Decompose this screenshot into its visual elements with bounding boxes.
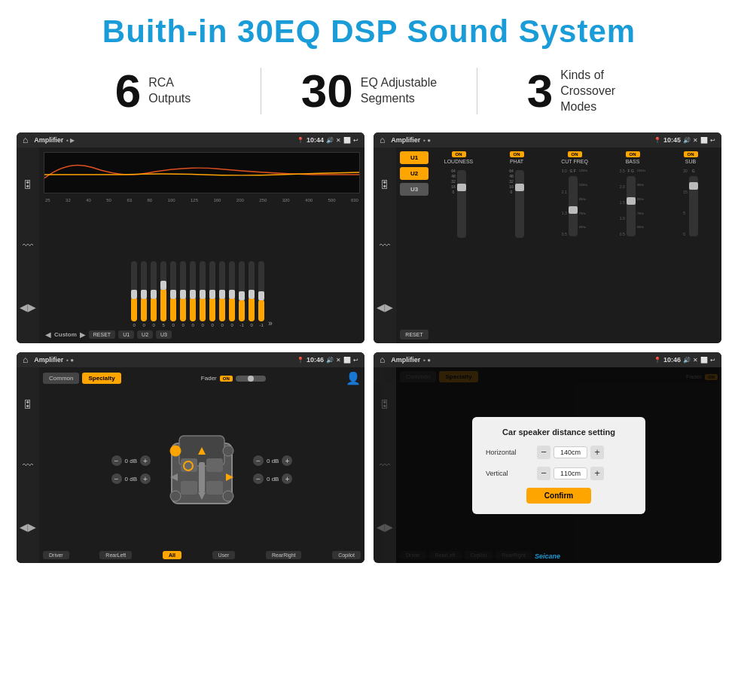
minus-btn-br[interactable]: −: [253, 473, 264, 484]
confirm-button[interactable]: Confirm: [526, 488, 591, 504]
location-icon-eq: 📍: [297, 137, 304, 144]
horizontal-label: Horizontal: [486, 449, 531, 456]
zone-rearleft[interactable]: RearLeft: [99, 551, 132, 559]
fader-on-badge[interactable]: ON: [220, 376, 233, 382]
car-svg-container: [157, 421, 247, 519]
balance-icon-3[interactable]: ◀▶: [20, 521, 36, 533]
zone-all[interactable]: All: [163, 551, 181, 559]
plus-btn-tr[interactable]: +: [282, 455, 292, 466]
on-btn-sub[interactable]: ON: [684, 151, 698, 157]
dialog-confirm-row: Confirm: [486, 488, 632, 504]
right-db-controls: − 0 dB + − 0 dB +: [253, 455, 292, 484]
eq-slider-11: 0: [229, 261, 235, 327]
eq-slider-1: 0: [131, 261, 137, 327]
ch-label-phat: PHAT: [510, 159, 523, 164]
back-icon-amp2[interactable]: ↩: [710, 137, 715, 144]
wave-icon-2[interactable]: 〰: [380, 239, 390, 251]
zone-user[interactable]: User: [212, 551, 236, 559]
home-icon-amp2[interactable]: ⌂: [380, 135, 385, 145]
plus-btn-br[interactable]: +: [282, 473, 292, 484]
speaker-icon-eq: 🔊: [326, 137, 334, 144]
screen-sidebar-amp2: 🎛 〰 ◀▶: [374, 148, 396, 343]
wave-icon[interactable]: 〰: [23, 239, 33, 251]
u1-btn-amp2[interactable]: U1: [400, 151, 428, 164]
screen-sidebar-amp3: 🎛 〰 ◀▶: [17, 367, 39, 563]
plus-btn-bl[interactable]: +: [140, 473, 151, 484]
eq-icon[interactable]: 🎛: [23, 178, 33, 190]
u3-btn-amp2[interactable]: U3: [400, 183, 428, 196]
zone-driver[interactable]: Driver: [43, 551, 69, 559]
back-icon-eq[interactable]: ↩: [353, 137, 358, 144]
reset-btn-amp2[interactable]: RESET: [400, 330, 428, 339]
slider-bass: [627, 176, 636, 236]
u3-btn-eq[interactable]: U3: [156, 330, 172, 339]
zone-copilot[interactable]: Copilot: [332, 551, 361, 559]
minus-btn-bl[interactable]: −: [111, 473, 122, 484]
close-icon-eq[interactable]: ✕: [336, 137, 341, 144]
on-btn-cutfreq[interactable]: ON: [568, 151, 582, 157]
ch-label-bass: BASS: [626, 159, 640, 164]
eq-slider-8: 0: [200, 261, 206, 327]
screen-content-amp3: 🎛 〰 ◀▶ Common Specialty Fader ON 👤: [17, 367, 364, 563]
tab-common[interactable]: Common: [43, 373, 79, 384]
on-btn-loudness[interactable]: ON: [452, 151, 466, 157]
home-icon-dialog[interactable]: ⌂: [380, 355, 385, 365]
back-icon-amp3[interactable]: ↩: [353, 357, 358, 364]
vertical-minus[interactable]: −: [537, 467, 550, 480]
u2-btn-amp2[interactable]: U2: [400, 167, 428, 180]
dialog-title: Car speaker distance setting: [486, 428, 632, 437]
balance-icon-2[interactable]: ◀▶: [377, 301, 393, 313]
back-icon-dialog[interactable]: ↩: [710, 357, 715, 364]
next-arrow[interactable]: ▶: [80, 330, 86, 339]
custom-label: Custom: [54, 331, 77, 338]
profile-icon[interactable]: 👤: [346, 371, 361, 385]
svg-point-14: [170, 491, 181, 501]
horizontal-minus[interactable]: −: [537, 446, 550, 459]
prev-arrow[interactable]: ◀: [45, 330, 51, 339]
u1-btn-eq[interactable]: U1: [118, 330, 134, 339]
vertical-plus[interactable]: +: [590, 467, 604, 480]
window-icon-eq[interactable]: ⬜: [343, 137, 351, 144]
window-icon-amp3[interactable]: ⬜: [343, 357, 351, 364]
fader-slider[interactable]: [236, 376, 266, 382]
stat-eq-number: 30: [301, 68, 353, 114]
window-icon-amp2[interactable]: ⬜: [700, 137, 708, 144]
close-icon-amp2[interactable]: ✕: [693, 137, 698, 144]
location-icon-amp3: 📍: [297, 357, 304, 364]
minus-btn-tl[interactable]: −: [111, 455, 122, 466]
balance-icon[interactable]: ◀▶: [20, 301, 36, 313]
close-icon-amp3[interactable]: ✕: [336, 357, 341, 364]
channel-sub: ON SUB 201550 G: [663, 151, 718, 339]
tab-specialty[interactable]: Specialty: [82, 373, 120, 384]
stat-rca: 6 RCAOutputs: [45, 68, 261, 114]
home-icon-amp3[interactable]: ⌂: [23, 355, 28, 365]
amp3-tabs-row: Common Specialty: [43, 373, 121, 384]
on-btn-phat[interactable]: ON: [510, 151, 524, 157]
slider-sub: [689, 176, 698, 236]
close-icon-dialog[interactable]: ✕: [693, 357, 698, 364]
svg-rect-5: [206, 481, 223, 495]
zone-rearright[interactable]: RearRight: [266, 551, 302, 559]
plus-btn-tl[interactable]: +: [140, 455, 151, 466]
eq-icon-3[interactable]: 🎛: [23, 398, 33, 410]
eq-icon-2[interactable]: 🎛: [380, 178, 390, 190]
home-icon-eq[interactable]: ⌂: [23, 135, 28, 145]
screen-amp3: ⌂ Amplifier ▪ ● 📍 10:46 🔊 ✕ ⬜ ↩ 🎛 〰 ◀▶: [17, 352, 364, 563]
horizontal-plus[interactable]: +: [590, 446, 604, 459]
location-icon-dialog: 📍: [654, 357, 661, 364]
eq-sliders-container: 0 0 0 5 0: [44, 205, 360, 327]
on-btn-bass[interactable]: ON: [626, 151, 640, 157]
svg-point-12: [170, 446, 181, 456]
screen-eq: ⌂ Amplifier ▪ ▶ 📍 10:44 🔊 ✕ ⬜ ↩ 🎛 〰 ◀▶: [17, 132, 364, 343]
wave-icon-3[interactable]: 〰: [23, 459, 33, 471]
eq-slider-9: 0: [209, 261, 215, 327]
db-val-bl: 0 dB: [125, 476, 137, 482]
eq-slider-12: -1: [239, 261, 245, 327]
window-icon-dialog[interactable]: ⬜: [700, 357, 708, 364]
vertical-value: 110cm: [554, 467, 587, 479]
minus-btn-tr[interactable]: −: [253, 455, 264, 466]
status-icons-dialog: 📍 10:46 🔊 ✕ ⬜ ↩: [654, 356, 715, 364]
main-title: Buith-in 30EQ DSP Sound System: [0, 14, 738, 50]
reset-btn-eq[interactable]: RESET: [89, 330, 115, 339]
u2-btn-eq[interactable]: U2: [137, 330, 153, 339]
